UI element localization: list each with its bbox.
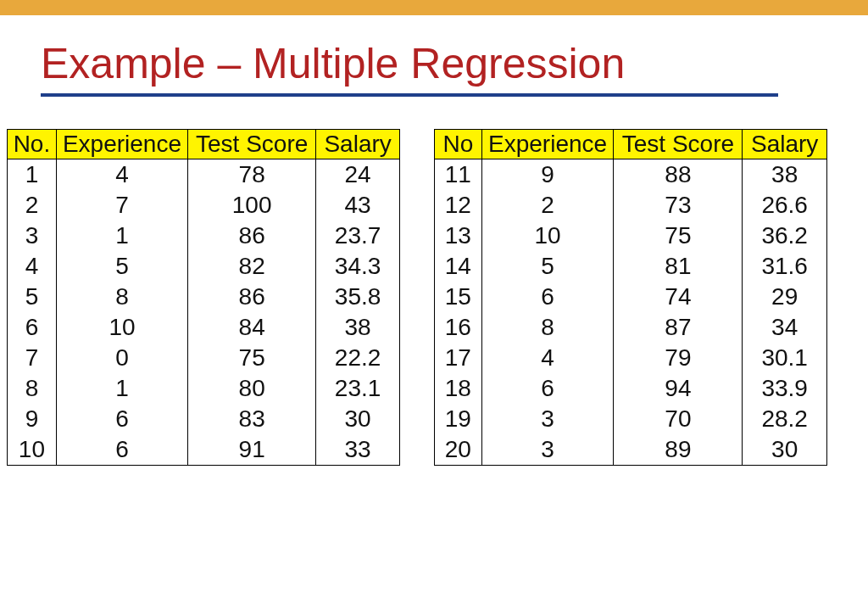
table-row: 2038930 xyxy=(435,434,827,466)
cell-test-score: 86 xyxy=(188,282,316,312)
table-row: 1458131.6 xyxy=(435,251,827,282)
cell-experience: 3 xyxy=(481,434,614,466)
cell-no: 5 xyxy=(8,282,57,312)
cell-experience: 2 xyxy=(481,190,614,221)
cell-experience: 10 xyxy=(56,312,187,343)
table-row: 1937028.2 xyxy=(435,404,827,434)
cell-experience: 6 xyxy=(481,373,614,404)
cell-experience: 4 xyxy=(481,343,614,373)
cell-no: 12 xyxy=(435,190,482,221)
cell-salary: 36.2 xyxy=(743,221,827,251)
cell-test-score: 74 xyxy=(614,282,743,312)
cell-salary: 23.7 xyxy=(316,221,400,251)
cell-experience: 4 xyxy=(56,159,187,191)
cell-salary: 22.2 xyxy=(316,343,400,373)
table-row: 588635.8 xyxy=(8,282,400,312)
cell-experience: 5 xyxy=(56,251,187,282)
table-row: 1688734 xyxy=(435,312,827,343)
header-salary: Salary xyxy=(743,130,827,159)
cell-test-score: 89 xyxy=(614,434,743,466)
table-row: 318623.7 xyxy=(8,221,400,251)
table-row: 1198838 xyxy=(435,159,827,191)
table-header-row: No Experience Test Score Salary xyxy=(435,130,827,159)
cell-test-score: 70 xyxy=(614,404,743,434)
cell-experience: 1 xyxy=(56,373,187,404)
cell-test-score: 83 xyxy=(188,404,316,434)
cell-test-score: 91 xyxy=(188,434,316,466)
cell-test-score: 86 xyxy=(188,221,316,251)
cell-no: 14 xyxy=(435,251,482,282)
header-no: No. xyxy=(8,130,57,159)
cell-salary: 30.1 xyxy=(743,343,827,373)
table-body-left: 1478242710043318623.7458234.3588635.8610… xyxy=(8,159,400,466)
cell-experience: 6 xyxy=(481,282,614,312)
cell-no: 2 xyxy=(8,190,57,221)
table-row: 147824 xyxy=(8,159,400,191)
cell-test-score: 78 xyxy=(188,159,316,191)
cell-no: 11 xyxy=(435,159,482,191)
header-test-score: Test Score xyxy=(614,130,743,159)
cell-salary: 38 xyxy=(316,312,400,343)
cell-experience: 9 xyxy=(481,159,614,191)
cell-test-score: 75 xyxy=(188,343,316,373)
cell-experience: 6 xyxy=(56,404,187,434)
cell-no: 7 xyxy=(8,343,57,373)
cell-no: 20 xyxy=(435,434,482,466)
header-test-score: Test Score xyxy=(188,130,316,159)
cell-no: 3 xyxy=(8,221,57,251)
data-table-right: No Experience Test Score Salary 11988381… xyxy=(434,129,827,466)
cell-experience: 5 xyxy=(481,251,614,282)
tables-container: No. Experience Test Score Salary 1478242… xyxy=(7,129,827,466)
table-row: 1869433.9 xyxy=(435,373,827,404)
header-no: No xyxy=(435,130,482,159)
cell-test-score: 94 xyxy=(614,373,743,404)
table-row: 1069133 xyxy=(8,434,400,466)
table-row: 1227326.6 xyxy=(435,190,827,221)
cell-test-score: 81 xyxy=(614,251,743,282)
cell-test-score: 75 xyxy=(614,221,743,251)
header-experience: Experience xyxy=(481,130,614,159)
cell-test-score: 100 xyxy=(188,190,316,221)
cell-test-score: 80 xyxy=(188,373,316,404)
cell-experience: 7 xyxy=(56,190,187,221)
table-header-row: No. Experience Test Score Salary xyxy=(8,130,400,159)
top-accent-bar xyxy=(0,0,868,15)
slide-content: Example – Multiple Regression No. Experi… xyxy=(0,15,868,466)
cell-test-score: 79 xyxy=(614,343,743,373)
cell-test-score: 82 xyxy=(188,251,316,282)
cell-salary: 24 xyxy=(316,159,400,191)
cell-no: 16 xyxy=(435,312,482,343)
cell-salary: 34 xyxy=(743,312,827,343)
table-body-right: 11988381227326.613107536.21458131.615674… xyxy=(435,159,827,466)
cell-experience: 8 xyxy=(481,312,614,343)
table-row: 707522.2 xyxy=(8,343,400,373)
cell-test-score: 87 xyxy=(614,312,743,343)
table-row: 1567429 xyxy=(435,282,827,312)
cell-salary: 33.9 xyxy=(743,373,827,404)
cell-no: 1 xyxy=(8,159,57,191)
cell-salary: 33 xyxy=(316,434,400,466)
table-row: 458234.3 xyxy=(8,251,400,282)
slide-title: Example – Multiple Regression xyxy=(41,39,827,88)
table-row: 6108438 xyxy=(8,312,400,343)
cell-salary: 28.2 xyxy=(743,404,827,434)
table-row: 818023.1 xyxy=(8,373,400,404)
cell-no: 17 xyxy=(435,343,482,373)
cell-test-score: 73 xyxy=(614,190,743,221)
cell-experience: 10 xyxy=(481,221,614,251)
table-row: 1747930.1 xyxy=(435,343,827,373)
table-row: 2710043 xyxy=(8,190,400,221)
cell-experience: 8 xyxy=(56,282,187,312)
cell-salary: 34.3 xyxy=(316,251,400,282)
cell-salary: 30 xyxy=(316,404,400,434)
header-salary: Salary xyxy=(316,130,400,159)
cell-salary: 31.6 xyxy=(743,251,827,282)
cell-salary: 38 xyxy=(743,159,827,191)
table-row: 13107536.2 xyxy=(435,221,827,251)
cell-no: 15 xyxy=(435,282,482,312)
table-row: 968330 xyxy=(8,404,400,434)
cell-experience: 6 xyxy=(56,434,187,466)
cell-experience: 1 xyxy=(56,221,187,251)
cell-salary: 35.8 xyxy=(316,282,400,312)
cell-salary: 26.6 xyxy=(743,190,827,221)
